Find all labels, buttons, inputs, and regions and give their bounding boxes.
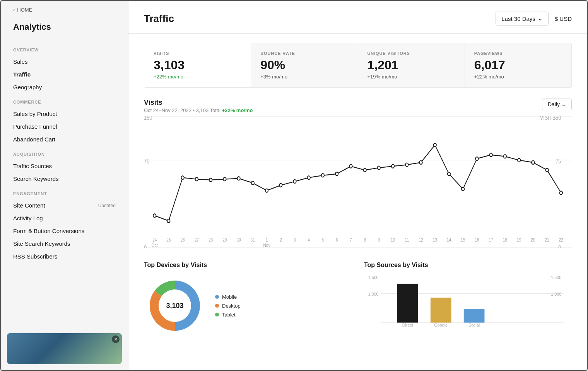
chart-dot-19 bbox=[419, 161, 422, 164]
bar-google bbox=[431, 298, 451, 322]
promo-banner[interactable]: ✕ bbox=[7, 333, 122, 364]
top-sources-title: Top Sources by Visits bbox=[364, 262, 572, 269]
x-label-26: 19 bbox=[517, 237, 521, 242]
chart-dot-14 bbox=[349, 165, 352, 168]
donut-legend: Mobile Desktop Tablet bbox=[215, 294, 241, 318]
x-label-5: 29 bbox=[222, 237, 227, 242]
sidebar-item-label-search-keywords: Search Keywords bbox=[13, 175, 59, 182]
bar-label-google: Google bbox=[434, 323, 448, 327]
top-devices-title: Top Devices by Visits bbox=[144, 262, 352, 269]
sidebar-item-form-button[interactable]: Form & Button Conversions bbox=[1, 225, 128, 237]
stat-label-pageviews: PAGEVIEWS bbox=[474, 51, 562, 56]
stat-card-bounce-rate: BOUNCE RATE 90% +3% mo/mo bbox=[251, 43, 358, 87]
x-label-9: 2 bbox=[280, 237, 282, 242]
sidebar-item-purchase-funnel[interactable]: Purchase Funnel bbox=[1, 120, 128, 133]
svg-text:75: 75 bbox=[556, 158, 561, 165]
x-label-11: 4 bbox=[308, 237, 310, 242]
sidebar-item-rss[interactable]: RSS Subscribers bbox=[1, 250, 128, 263]
home-nav[interactable]: ‹ HOME bbox=[1, 1, 128, 16]
bar-label-direct: Direct bbox=[402, 323, 413, 327]
sidebar-item-abandoned-cart[interactable]: Abandoned Cart bbox=[1, 133, 128, 146]
page-title: Traffic bbox=[144, 13, 174, 25]
x-label-13: 6 bbox=[336, 237, 338, 242]
x-label-29: 22 bbox=[559, 237, 563, 242]
chart-dot-23 bbox=[475, 157, 478, 160]
sidebar-item-geography[interactable]: Geography bbox=[1, 81, 128, 94]
x-label-19: 12 bbox=[419, 237, 423, 242]
svg-text:1,500: 1,500 bbox=[368, 275, 379, 280]
chart-dot-13 bbox=[335, 172, 338, 175]
chart-dot-2 bbox=[181, 176, 184, 179]
visits-chart-section: Visits Oct 24–Nov 22, 2022 • 3,103 Total… bbox=[128, 88, 587, 249]
donut-center: 3,103 bbox=[166, 302, 183, 310]
legend-item-desktop: Desktop bbox=[215, 303, 241, 309]
app-window: ‹ HOME Analytics OVERVIEWSalesTrafficGeo… bbox=[0, 0, 588, 371]
chart-dot-11 bbox=[308, 176, 310, 179]
chart-dot-7 bbox=[251, 181, 254, 185]
x-label-3: 27 bbox=[195, 237, 199, 242]
sidebar-badge-site-content: Updated bbox=[98, 203, 116, 208]
chart-dot-28 bbox=[545, 168, 548, 172]
x-label-16: 9 bbox=[378, 237, 380, 242]
sidebar-section-acquisition: ACQUISITION bbox=[1, 146, 128, 160]
chart-dot-24 bbox=[490, 153, 492, 157]
main-content: Traffic Last 30 Days ⌄ $ USD VISITS 3,10… bbox=[128, 1, 587, 370]
x-label-22: 15 bbox=[461, 237, 465, 242]
sidebar-item-sales[interactable]: Sales bbox=[1, 55, 128, 68]
sidebar-item-label-activity-log: Activity Log bbox=[13, 215, 43, 221]
daily-selector[interactable]: Daily ⌄ bbox=[542, 99, 572, 110]
stats-bar: VISITS 3,103 +22% mo/mo BOUNCE RATE 90% … bbox=[144, 43, 572, 88]
legend-dot-desktop bbox=[215, 304, 219, 308]
sidebar-item-activity-log[interactable]: Activity Log bbox=[1, 212, 128, 225]
donut-chart: 3,103 bbox=[144, 275, 206, 337]
x-label-23: 16 bbox=[475, 237, 479, 242]
chart-dot-3 bbox=[195, 177, 198, 181]
stat-label-unique-visitors: UNIQUE VISITORS bbox=[368, 51, 455, 56]
sidebar-section-overview: OVERVIEW bbox=[1, 41, 128, 55]
stat-change-bounce-rate: +3% mo/mo bbox=[260, 74, 348, 80]
header-controls: Last 30 Days ⌄ $ USD bbox=[496, 12, 572, 26]
sidebar-item-label-site-content: Site Content bbox=[13, 202, 45, 209]
sidebar-item-site-content[interactable]: Site ContentUpdated bbox=[1, 199, 128, 212]
chart-dot-6 bbox=[237, 177, 240, 180]
stat-card-visits: VISITS 3,103 +22% mo/mo bbox=[144, 43, 251, 87]
legend-dot-mobile bbox=[215, 295, 219, 299]
x-label-24: 17 bbox=[489, 237, 493, 242]
sidebar-item-label-rss: RSS Subscribers bbox=[13, 253, 57, 260]
promo-image bbox=[7, 333, 122, 364]
bar-chart-container: 1,500 1,000 1,500 1,000 DirectGoogleSoci… bbox=[364, 275, 572, 330]
date-range-picker[interactable]: Last 30 Days ⌄ bbox=[496, 12, 549, 26]
x-label-18: 11 bbox=[405, 237, 409, 242]
sidebar-item-label-abandoned-cart: Abandoned Cart bbox=[13, 136, 55, 143]
x-label-8: 1 bbox=[266, 237, 268, 242]
line-chart: 150 75 0 150 75 0 VISITS 24Oct2526272829… bbox=[144, 116, 572, 249]
promo-close-button[interactable]: ✕ bbox=[112, 335, 120, 343]
x-label-0: 24 bbox=[152, 237, 157, 242]
x-label-10: 3 bbox=[294, 237, 296, 242]
sidebar-item-sales-by-product[interactable]: Sales by Product bbox=[1, 107, 128, 120]
stat-label-bounce-rate: BOUNCE RATE bbox=[260, 51, 348, 56]
chart-dot-27 bbox=[532, 161, 534, 164]
bar-chart-svg: 1,500 1,000 1,500 1,000 DirectGoogleSoci… bbox=[364, 275, 572, 329]
chevron-left-icon: ‹ bbox=[13, 7, 15, 13]
sidebar-item-label-traffic-sources: Traffic Sources bbox=[13, 163, 52, 169]
bottom-charts: Top Devices by Visits 3,103 Mob bbox=[128, 249, 587, 346]
top-sources-chart: Top Sources by Visits 1,500 1,000 1,500 … bbox=[364, 262, 572, 337]
sidebar-item-label-geography: Geography bbox=[13, 84, 42, 90]
x-label-25: 18 bbox=[503, 237, 507, 242]
home-label: HOME bbox=[17, 7, 32, 13]
legend-item-mobile: Mobile bbox=[215, 294, 241, 300]
stat-value-visits: 3,103 bbox=[154, 58, 241, 72]
chart-dot-15 bbox=[363, 168, 366, 172]
sidebar-item-traffic[interactable]: Traffic bbox=[1, 68, 128, 81]
svg-text:150: 150 bbox=[144, 116, 152, 121]
sidebar-item-site-search[interactable]: Site Search Keywords bbox=[1, 237, 128, 250]
sidebar-item-traffic-sources[interactable]: Traffic Sources bbox=[1, 160, 128, 172]
stat-card-pageviews: PAGEVIEWS 6,017 +22% mo/mo bbox=[465, 43, 571, 87]
bar-direct bbox=[397, 284, 418, 322]
chart-subtitle: Oct 24–Nov 22, 2022 • 3,103 Total +22% m… bbox=[144, 107, 253, 113]
donut-container: 3,103 Mobile Desktop Tablet bbox=[144, 275, 352, 337]
sidebar-item-search-keywords[interactable]: Search Keywords bbox=[1, 172, 128, 185]
bar-label-social: Social bbox=[468, 323, 480, 327]
x-month-label-0: Oct bbox=[152, 243, 158, 248]
